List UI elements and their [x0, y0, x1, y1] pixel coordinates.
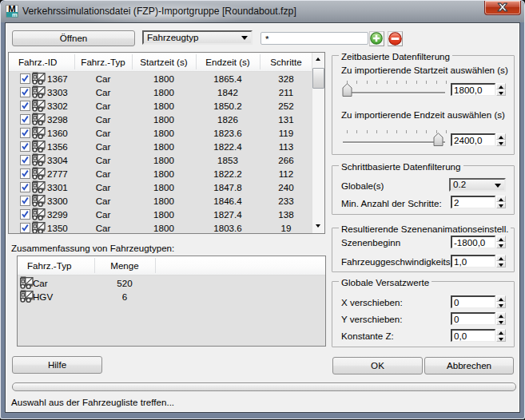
svg-text:m: m [12, 11, 18, 18]
